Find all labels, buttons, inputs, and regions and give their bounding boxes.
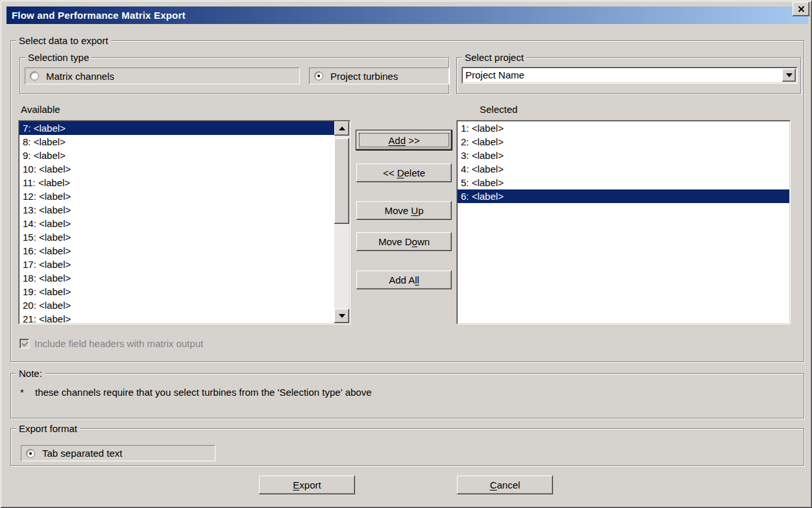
matrix-channels-radio[interactable]	[30, 71, 39, 80]
tab-separated-label[interactable]: Tab separated text	[42, 448, 122, 459]
available-rows: 7: <label> 8: <label> 9: <label> 10: <la…	[19, 121, 334, 323]
focus-rectangle	[359, 133, 449, 147]
selected-rows: 1: <label> 2: <label> 3: <label> 4: <lab…	[458, 121, 789, 323]
available-item[interactable]: 10: <label>	[19, 162, 334, 176]
available-item[interactable]: 17: <label>	[19, 258, 334, 271]
select-data-group-label: Select data to export	[16, 35, 111, 46]
selected-item[interactable]: 3: <label>	[458, 149, 789, 162]
selected-listbox: 1: <label> 2: <label> 3: <label> 4: <lab…	[456, 120, 791, 324]
available-item[interactable]: 18: <label>	[19, 271, 334, 285]
project-turbines-label[interactable]: Project turbines	[330, 71, 398, 82]
close-icon	[798, 6, 805, 12]
tab-separated-radio[interactable]	[26, 449, 35, 458]
selected-item[interactable]: 4: <label>	[458, 162, 789, 176]
add-all-button[interactable]: Add All	[356, 271, 452, 289]
chevron-down-icon	[786, 73, 793, 77]
selected-item[interactable]: 2: <label>	[458, 135, 789, 149]
project-select-dropdown-button[interactable]	[782, 69, 796, 82]
project-turbines-option: Project turbines	[309, 67, 449, 84]
project-select-value: Project Name	[465, 69, 780, 82]
available-item[interactable]: 13: <label>	[19, 203, 334, 217]
tab-separated-option: Tab separated text	[21, 445, 215, 461]
available-item[interactable]: 12: <label>	[19, 189, 334, 203]
project-turbines-radio[interactable]	[314, 71, 323, 80]
note-text-line: * these channels require that you select…	[20, 387, 372, 398]
available-scrollbar	[334, 121, 349, 323]
available-item[interactable]: 19: <label>	[19, 285, 334, 298]
selected-list-label: Selected	[480, 104, 517, 115]
project-select-combobox[interactable]: Project Name	[461, 67, 798, 84]
selection-type-group-label: Selection type	[25, 52, 92, 63]
available-item[interactable]: 9: <label>	[19, 149, 334, 162]
available-item[interactable]: 7: <label>	[19, 121, 334, 135]
add-button[interactable]: Add >>	[356, 130, 452, 150]
scroll-up-button[interactable]	[334, 121, 349, 136]
note-group-label: Note:	[16, 368, 45, 379]
move-down-button[interactable]: Move Down	[356, 232, 452, 251]
arrow-down-icon	[339, 314, 345, 318]
move-up-button[interactable]: Move Up	[356, 201, 452, 220]
export-format-group-label: Export format	[16, 423, 80, 434]
select-project-group-label: Select project	[462, 52, 526, 63]
matrix-channels-label[interactable]: Matrix channels	[46, 71, 114, 82]
available-list-label: Available	[21, 104, 60, 115]
selected-item[interactable]: 1: <label>	[458, 121, 789, 135]
note-text: these channels require that you select t…	[35, 387, 372, 398]
include-headers-row: Include field headers with matrix output	[19, 338, 203, 349]
include-headers-checkbox	[19, 339, 29, 348]
available-scrollbar-thumb[interactable]	[334, 138, 349, 224]
matrix-channels-option: Matrix channels	[25, 67, 300, 84]
scroll-down-button[interactable]	[334, 309, 349, 323]
note-bullet: *	[20, 387, 35, 398]
available-listbox: 7: <label> 8: <label> 9: <label> 10: <la…	[18, 120, 351, 324]
available-item[interactable]: 20: <label>	[19, 298, 334, 312]
available-item[interactable]: 21: <label>	[19, 312, 334, 323]
available-item[interactable]: 8: <label>	[19, 135, 334, 149]
available-item[interactable]: 14: <label>	[19, 217, 334, 230]
window-title: Flow and Performance Matrix Export	[12, 10, 186, 21]
dialog-window: Flow and Performance Matrix Export Selec…	[0, 0, 812, 508]
export-button[interactable]: Export	[259, 476, 355, 494]
selected-item[interactable]: 6: <label>	[458, 189, 789, 203]
selected-item[interactable]: 5: <label>	[458, 176, 789, 189]
close-button[interactable]	[793, 2, 809, 16]
cancel-button[interactable]: Cancel	[457, 476, 553, 494]
available-item[interactable]: 15: <label>	[19, 230, 334, 244]
available-item[interactable]: 11: <label>	[19, 176, 334, 189]
delete-button[interactable]: << Delete	[356, 163, 452, 182]
title-bar[interactable]: Flow and Performance Matrix Export	[6, 6, 808, 24]
available-item[interactable]: 16: <label>	[19, 244, 334, 258]
arrow-up-icon	[339, 127, 345, 130]
include-headers-label: Include field headers with matrix output	[34, 338, 203, 349]
